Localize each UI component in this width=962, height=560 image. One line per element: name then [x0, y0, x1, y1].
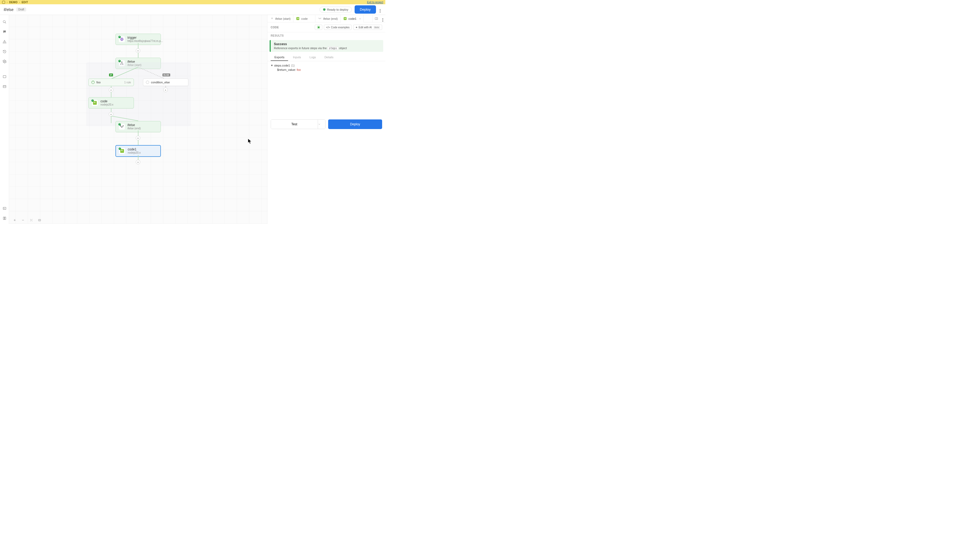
breadcrumb-demo[interactable]: DEMO: [9, 1, 18, 4]
tree-count: {1}: [291, 64, 294, 67]
more-vertical-icon: [380, 9, 381, 13]
zoom-in-icon[interactable]: [13, 218, 16, 222]
connector: [111, 116, 143, 121]
panel-icon[interactable]: [2, 74, 6, 79]
svg-point-4: [4, 61, 5, 62]
if-tag: IF: [109, 73, 113, 76]
comment-icon[interactable]: [2, 30, 6, 34]
http-icon: [119, 36, 125, 42]
search-icon[interactable]: [2, 20, 6, 24]
add-step-button[interactable]: +: [136, 48, 140, 53]
nodejs-icon: [296, 17, 300, 20]
chip-label: Edit with AI: [358, 26, 372, 29]
zoom-out-icon[interactable]: [21, 218, 24, 222]
canvas-toolbar: [13, 218, 41, 222]
tab-code1[interactable]: code1 ×: [341, 15, 364, 22]
ai-icon: ⬢: [317, 26, 320, 29]
branch-icon: [270, 17, 274, 20]
breadcrumb-bar: › DEMO › EDIT Exit to project: [0, 0, 385, 4]
workflow-header: if/else Draft Ready to deploy Deploy: [0, 4, 385, 15]
tree-key: $return_value:: [277, 68, 296, 71]
svg-line-1: [5, 22, 6, 23]
svg-point-0: [3, 20, 5, 23]
ready-label: Ready to deploy: [327, 8, 349, 11]
add-step-button[interactable]: +: [109, 88, 113, 92]
tree-value: foo: [297, 68, 301, 71]
success-description: Reference exports in future steps via th…: [274, 47, 380, 50]
center-icon[interactable]: [38, 218, 41, 222]
condition-label: condition_else: [151, 81, 169, 84]
ai-suggest-button[interactable]: ⬢: [315, 24, 322, 30]
svg-rect-5: [3, 75, 6, 77]
nodejs-icon: [119, 148, 125, 154]
sparkle-icon: ✦: [355, 26, 358, 29]
close-icon[interactable]: ×: [359, 17, 361, 20]
logo-icon[interactable]: [2, 1, 5, 4]
tree-row[interactable]: ▼ steps.code1 {1}: [271, 64, 382, 67]
layout-icon[interactable]: [2, 84, 6, 89]
nodejs-icon: [343, 17, 347, 20]
results-section-header: RESULTS: [268, 32, 385, 39]
step-tabs: ifelse (start) code ifelse (end) code1 ×: [268, 15, 385, 23]
tab-label: code: [301, 17, 308, 20]
node-title: trigger: [128, 36, 163, 40]
add-step-button[interactable]: +: [163, 88, 168, 92]
svg-point-15: [123, 126, 123, 126]
warning-icon[interactable]: [2, 40, 6, 44]
result-tabs: Exports Inputs Logs Details: [268, 54, 385, 61]
tab-inputs[interactable]: Inputs: [289, 54, 305, 61]
tab-logs[interactable]: Logs: [306, 54, 320, 61]
exit-to-project-link[interactable]: Exit to project: [367, 1, 383, 4]
breadcrumb-edit[interactable]: EDIT: [22, 1, 28, 4]
merge-icon: [119, 124, 125, 129]
deploy-button[interactable]: Deploy: [328, 119, 383, 129]
success-message: Success Reference exports in future step…: [270, 40, 383, 52]
tab-exports[interactable]: Exports: [271, 54, 288, 61]
condition-foo[interactable]: foo 1 rule: [89, 79, 134, 86]
node-title: code1: [128, 147, 140, 151]
more-menu-button[interactable]: [379, 6, 382, 14]
deploy-button[interactable]: Deploy: [355, 5, 376, 14]
chevron-down-icon: [318, 123, 321, 126]
layout-toggle-button[interactable]: [373, 15, 380, 23]
add-step-button[interactable]: +: [136, 136, 140, 140]
condition-label: foo: [97, 81, 100, 84]
add-step-button[interactable]: +: [136, 160, 140, 164]
node-subtitle: nodejs20.x: [100, 103, 113, 107]
code-examples-button[interactable]: </> Code examples: [324, 24, 352, 30]
test-dropdown-button[interactable]: [318, 120, 325, 129]
workflow-canvas[interactable]: trigger https://eot8xjzqkwa77nt.m.p... +…: [9, 15, 267, 224]
svg-rect-8: [3, 207, 6, 209]
circle-icon: [146, 81, 149, 84]
fit-icon[interactable]: [29, 218, 33, 222]
node-code[interactable]: code nodejs20.x: [89, 97, 134, 108]
left-icon-rail: [0, 15, 9, 224]
tree-row[interactable]: $return_value: foo: [271, 68, 382, 71]
terminal-icon[interactable]: [2, 206, 6, 210]
rule-count: 1 rule: [119, 81, 131, 84]
tab-more-button[interactable]: [380, 15, 385, 23]
test-button[interactable]: Test: [271, 120, 318, 129]
workflow-title[interactable]: if/else: [4, 8, 14, 12]
check-circle-icon: [91, 81, 95, 84]
code-icon: </>: [326, 26, 330, 29]
exports-tree: ▼ steps.code1 {1} $return_value: foo: [268, 61, 385, 74]
more-vertical-icon: [383, 18, 383, 22]
breadcrumbs: › DEMO › EDIT: [2, 1, 28, 4]
history-icon[interactable]: [2, 49, 6, 53]
tab-details[interactable]: Details: [321, 54, 337, 61]
tab-ifelse-start[interactable]: ifelse (start): [268, 15, 294, 22]
edit-with-ai-button[interactable]: ✦ Edit with AI Beta: [353, 24, 382, 30]
node-subtitle: ifelse (end): [128, 127, 140, 130]
test-button-group: Test: [271, 119, 326, 129]
settings-icon[interactable]: [2, 59, 6, 63]
tab-label: code1: [349, 17, 357, 20]
chevron-right-icon: ›: [19, 1, 20, 4]
draft-badge: Draft: [16, 8, 26, 11]
tab-ifelse-end[interactable]: ifelse (end): [315, 15, 341, 22]
svg-rect-6: [3, 85, 6, 87]
tab-label: ifelse (end): [323, 17, 337, 20]
condition-else[interactable]: condition_else: [143, 79, 188, 86]
docs-icon[interactable]: [2, 216, 6, 220]
tab-code[interactable]: code: [294, 15, 315, 22]
